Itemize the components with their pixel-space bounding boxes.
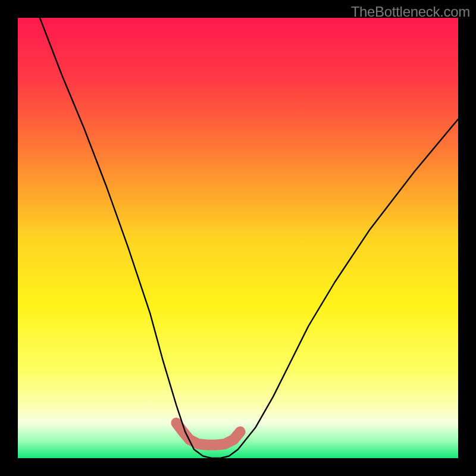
bottleneck-curve xyxy=(40,18,458,458)
watermark-text: TheBottleneck.com xyxy=(351,4,470,20)
chart-frame: TheBottleneck.com xyxy=(0,0,476,476)
chart-svg xyxy=(18,18,458,458)
plot-area xyxy=(18,18,458,458)
